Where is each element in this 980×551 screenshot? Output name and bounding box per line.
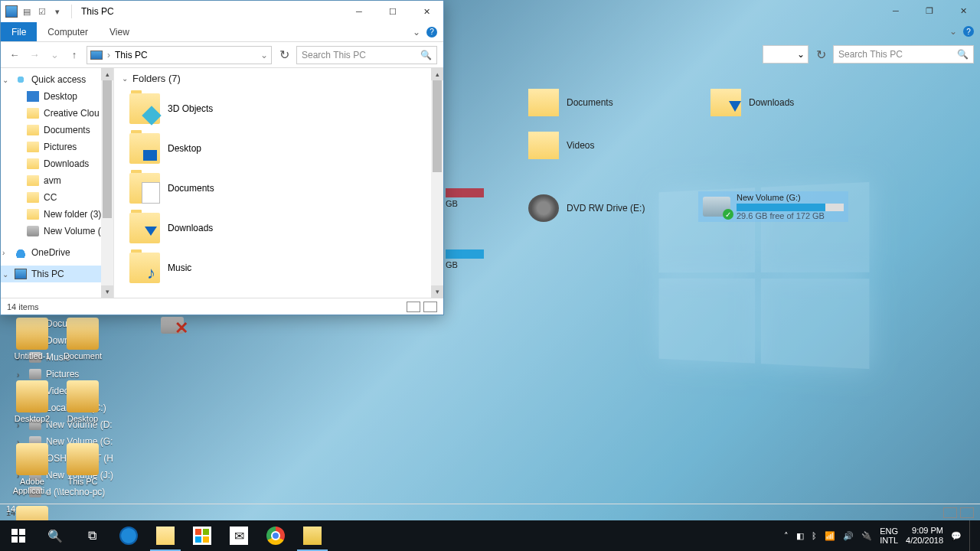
titlebar[interactable]: ▤ ☑ ▾ This PC ─ ☐ ✕ xyxy=(1,1,443,22)
task-view-button[interactable]: ⧉ xyxy=(74,520,110,551)
qa-dropdown-icon[interactable]: ▾ xyxy=(51,5,64,18)
folder-item[interactable]: Downloads xyxy=(114,208,443,248)
pc-icon xyxy=(15,269,27,279)
section-folders-header[interactable]: ⌄Folders (7) xyxy=(114,68,443,89)
nav-forward-button[interactable]: → xyxy=(27,47,42,63)
nav-quick-item[interactable]: Desktop📌 xyxy=(1,88,113,105)
ribbon: File Computer View ⌄? xyxy=(1,22,443,42)
content-pane[interactable]: ⌄Folders (7) 3D ObjectsDesktopDocumentsD… xyxy=(114,68,443,298)
nav-item-label: Documents xyxy=(44,125,90,135)
address-bar[interactable]: › This PC ⌄ xyxy=(87,46,272,64)
desktop-icon[interactable]: Adobe Applicati... xyxy=(8,443,57,503)
show-desktop-button[interactable] xyxy=(969,520,974,551)
drive-g-selected[interactable]: ✓ New Volume (G:) 29.6 GB free of 172 GB xyxy=(698,191,848,222)
ribbon-collapse-icon[interactable]: ⌄ xyxy=(949,26,957,37)
nav-pane: ⌄Quick access Desktop📌Creative Clou📌Docu… xyxy=(1,68,114,298)
help-icon[interactable]: ? xyxy=(963,26,974,37)
nav-scrollbar[interactable]: ▴▾ xyxy=(101,68,113,298)
drive-bar-partial-2 xyxy=(446,249,484,259)
nav-this-pc[interactable]: ⌄This PC xyxy=(1,266,113,282)
taskbar-explorer[interactable] xyxy=(147,520,184,551)
file-icon xyxy=(67,443,99,475)
nav-quick-item[interactable]: Creative Clou📌 xyxy=(1,105,113,122)
qa-checkbox-icon[interactable]: ☑ xyxy=(36,5,48,18)
folder-icon xyxy=(27,226,39,236)
desktop-icon-label: This PC xyxy=(67,477,97,486)
taskbar-edge[interactable] xyxy=(110,520,147,551)
folder-item[interactable]: Music xyxy=(114,248,443,288)
view-mode-buttons[interactable] xyxy=(407,302,437,312)
drive-dvd[interactable]: DVD RW Drive (E:) xyxy=(528,194,645,222)
desktop-icon[interactable]: Untitled-1 xyxy=(8,318,57,377)
nav-quick-item[interactable]: CC xyxy=(1,189,113,206)
taskbar-chrome[interactable] xyxy=(257,520,294,551)
folder-icon xyxy=(129,133,160,164)
tray-overflow-icon[interactable]: ˄ xyxy=(784,531,789,541)
nav-quick-item[interactable]: New Volume (G: xyxy=(1,223,113,240)
nav-back-button[interactable]: ← xyxy=(7,47,22,63)
refresh-button[interactable]: ↻ xyxy=(276,47,292,62)
ribbon-collapse-icon[interactable]: ⌄ xyxy=(413,27,420,37)
tray-app-icon[interactable]: ◧ xyxy=(796,531,804,541)
drive-g-name: New Volume (G:) xyxy=(737,193,844,202)
desktop-icon[interactable]: Desktop2 xyxy=(8,380,57,440)
folder-downloads[interactable]: Downloads xyxy=(710,89,794,116)
nav-item-label: Desktop xyxy=(44,91,77,102)
tray-network-icon[interactable]: 📶 xyxy=(825,531,835,541)
minimize-button[interactable]: ─ xyxy=(342,1,376,22)
folder-videos[interactable]: Videos xyxy=(528,132,594,159)
desktop-icon[interactable]: Document xyxy=(58,318,107,377)
desktop-icon[interactable]: This PC xyxy=(58,443,107,503)
taskbar-store[interactable] xyxy=(184,520,220,551)
nav-quick-item[interactable]: avm xyxy=(1,172,113,189)
qa-properties-icon[interactable]: ▤ xyxy=(21,5,33,18)
file-icon xyxy=(16,318,48,350)
desktop-icons: Untitled-1DocumentDesktop2DesktopAdobe A… xyxy=(8,318,115,551)
ribbon-file-tab[interactable]: File xyxy=(1,22,37,41)
nav-item-label: Pictures xyxy=(44,142,77,152)
start-button[interactable] xyxy=(0,520,37,551)
folder-label: 3D Objects xyxy=(168,103,213,114)
nav-quick-item[interactable]: Documents📌 xyxy=(1,122,113,139)
restore-button[interactable]: ❐ xyxy=(913,0,946,21)
search-button[interactable]: 🔍 xyxy=(37,520,74,551)
nav-quick-item[interactable]: Downloads xyxy=(1,155,113,172)
breadcrumb[interactable]: This PC xyxy=(115,50,148,60)
nav-quick-access[interactable]: ⌄Quick access xyxy=(1,71,113,88)
help-icon[interactable]: ? xyxy=(426,27,437,37)
search-input[interactable]: Search This PC🔍 xyxy=(296,46,437,64)
close-button[interactable]: ✕ xyxy=(410,1,443,22)
minimize-button[interactable]: ─ xyxy=(879,0,913,21)
desktop: ─ ❐ ✕ ⌄? ⌄ ↻ Search This PC🔍 Documents D… xyxy=(0,0,980,551)
ribbon-computer-tab[interactable]: Computer xyxy=(37,22,99,41)
nav-onedrive[interactable]: ›OneDrive xyxy=(1,244,113,261)
tray-bluetooth-icon[interactable]: ᛒ xyxy=(812,531,817,540)
taskbar-moviemaker[interactable] xyxy=(294,520,331,551)
folder-documents[interactable]: Documents xyxy=(528,89,613,116)
search-input[interactable]: Search This PC🔍 xyxy=(833,45,974,64)
refresh-button[interactable]: ↻ xyxy=(813,47,828,62)
close-button[interactable]: ✕ xyxy=(946,0,980,21)
desktop-icon-label: Desktop xyxy=(67,414,98,423)
folder-label: Music xyxy=(168,262,191,273)
view-mode-buttons[interactable] xyxy=(943,507,974,518)
tray-volume-icon[interactable]: 🔊 xyxy=(843,531,854,541)
tray-clock[interactable]: 9:09 PM4/20/2018 xyxy=(906,526,943,546)
folder-item[interactable]: Desktop xyxy=(114,129,443,168)
nav-quick-item[interactable]: New folder (3) xyxy=(1,206,113,223)
taskbar-mail[interactable]: ✉ xyxy=(220,520,257,551)
folder-item[interactable]: 3D Objects xyxy=(114,89,443,129)
nav-quick-item[interactable]: Pictures📌 xyxy=(1,139,113,155)
nav-recent-icon[interactable]: ⌄ xyxy=(47,47,62,63)
tray-power-icon[interactable]: 🔌 xyxy=(861,531,872,541)
nav-up-button[interactable]: ↑ xyxy=(67,47,82,63)
folder-item[interactable]: Documents xyxy=(114,168,443,208)
maximize-button[interactable]: ☐ xyxy=(376,1,410,22)
tray-language[interactable]: ENGINTL xyxy=(880,527,898,545)
address-dropdown-icon[interactable]: ⌄ xyxy=(260,50,268,60)
ribbon-view-tab[interactable]: View xyxy=(99,22,140,41)
desktop-icon[interactable]: Desktop xyxy=(58,380,107,440)
address-bar-tail[interactable]: ⌄ xyxy=(763,45,808,64)
tray-notifications-icon[interactable]: 💬 xyxy=(951,531,962,541)
content-scrollbar[interactable]: ▴▾ xyxy=(431,68,443,298)
